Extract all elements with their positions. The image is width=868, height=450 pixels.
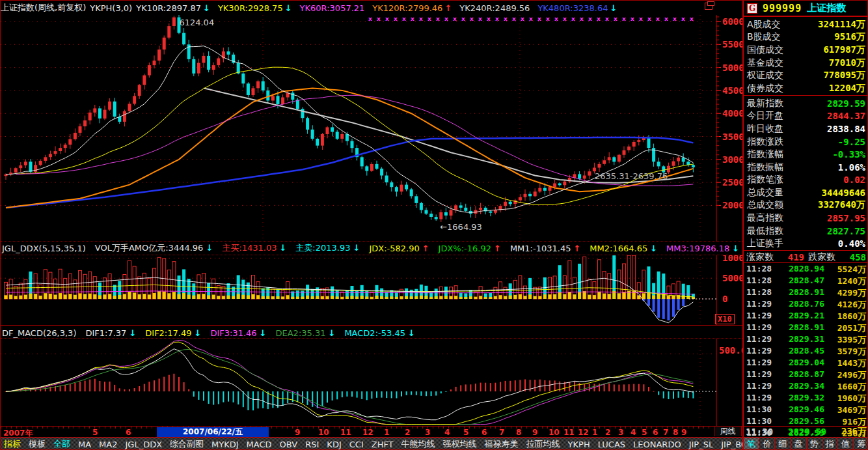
- indicator-tab[interactable]: YKPH: [565, 438, 593, 450]
- macd-chart[interactable]: [1, 339, 742, 426]
- indicator-value: DIF3:31.46↓: [210, 328, 271, 338]
- tick-price: 2829.34: [775, 381, 824, 393]
- down-arrow-icon: ↓: [279, 243, 286, 253]
- down-arrow-icon: ↓: [285, 3, 292, 13]
- indicator-tab[interactable]: LEONARDO: [630, 438, 685, 450]
- indicator-tab[interactable]: 全部: [50, 438, 74, 450]
- svg-text:x: x: [377, 16, 381, 22]
- indicator-tab[interactable]: MACD: [243, 438, 275, 450]
- tick-list[interactable]: 11:282828.945524万11:282828.471240万11:282…: [744, 264, 868, 425]
- period-button[interactable]: 周线: [714, 427, 742, 436]
- stock-name[interactable]: 上证指数: [807, 2, 846, 14]
- quote-tab-值[interactable]: 值: [837, 438, 853, 450]
- indicator-tab[interactable]: CCI: [346, 438, 367, 450]
- stat-label: 债券成交: [747, 83, 783, 94]
- indicator-tab[interactable]: RSI: [302, 438, 322, 450]
- svg-text:x: x: [631, 16, 634, 22]
- indicator-tab[interactable]: LUCAS: [595, 438, 629, 450]
- market-turnover-stats: A股成交3241114万B股成交9516万国债成交617987万基金成交7701…: [744, 18, 868, 96]
- stat-value: 2844.37: [827, 111, 865, 121]
- month-label: 12: [362, 428, 373, 437]
- advancers-label: 涨家数: [746, 251, 774, 263]
- tick-volume: 4299万: [824, 287, 866, 299]
- indicator-tab[interactable]: OBV: [277, 438, 301, 450]
- tick-time: 11:29: [746, 346, 775, 358]
- svg-text:x: x: [444, 16, 448, 22]
- indicator-tab[interactable]: MYKDJ: [208, 438, 242, 450]
- svg-text:x: x: [411, 16, 414, 22]
- tick-volume: 2051万: [824, 322, 866, 334]
- tick-price: 2829.21: [775, 311, 824, 322]
- restore-window-icon[interactable]: [705, 3, 712, 10]
- stat-row: 指数笔涨0.02: [744, 174, 868, 186]
- indicator-value: YK10R:2897.87↓: [136, 3, 214, 13]
- indicator-tab[interactable]: 指标: [1, 438, 24, 450]
- indicator-tab[interactable]: ZHFT: [368, 438, 397, 450]
- indicator-tab[interactable]: 强权均线: [440, 438, 480, 450]
- tick-price: 2828.47: [775, 275, 824, 287]
- stat-label: 指数涨跌: [747, 136, 783, 148]
- indicator-tab[interactable]: 模板: [25, 438, 49, 450]
- indicator-tab[interactable]: JIP_BOLL: [718, 438, 742, 450]
- tick-time: 11:28: [746, 287, 775, 299]
- indicator-tab[interactable]: 综合副图: [167, 438, 207, 450]
- quote-tab-笔[interactable]: 笔: [744, 438, 759, 450]
- svg-text:x: x: [461, 16, 465, 22]
- indicator-tab[interactable]: JGL_DDX: [122, 438, 166, 450]
- indicator-tab[interactable]: 牛熊均线: [398, 438, 439, 450]
- month-label: 5: [92, 428, 98, 437]
- indicator-tab[interactable]: MA: [75, 438, 94, 450]
- svg-text:x: x: [614, 16, 617, 22]
- month-label: 5: [642, 428, 647, 437]
- advancers-value: 419: [774, 252, 808, 262]
- tick-price: 2828.91: [775, 322, 824, 334]
- tick-row: 11:292829.341660万: [744, 381, 868, 393]
- stat-value: 0.02: [843, 175, 865, 185]
- stat-value: 9516万: [834, 31, 865, 43]
- quote-tab-价[interactable]: 价: [759, 438, 774, 450]
- indicator-tab[interactable]: 拉面均线: [523, 438, 563, 450]
- indicator-value: JDX%:-16.92↑: [439, 244, 506, 253]
- volume-ddx-chart[interactable]: 1000050000: [1, 255, 742, 325]
- month-label: 10: [318, 428, 329, 437]
- tick-volume: 3395万: [824, 334, 866, 346]
- quote-tab-筹[interactable]: 筹: [853, 438, 868, 450]
- month-label: 4: [631, 428, 636, 437]
- svg-text:x: x: [580, 16, 584, 22]
- indicator-tab[interactable]: KDJ: [323, 438, 344, 450]
- indicator-tab[interactable]: JIP_SL: [686, 438, 717, 450]
- main-candlestick-chart[interactable]: 600055005000450040003500300025002000xxxx…: [1, 15, 742, 242]
- chart-header: 上证指数(周线,前复权) YKPH(3,0) YK10R:2897.87↓YK3…: [1, 1, 742, 15]
- svg-text:x: x: [639, 16, 643, 22]
- indicator-value: MM3:19786.18↓: [666, 244, 744, 253]
- quote-tab-指[interactable]: 指: [822, 438, 837, 450]
- svg-text:x: x: [385, 16, 389, 22]
- svg-text:x: x: [427, 16, 431, 22]
- chart-title: 上证指数(周线,前复权): [1, 2, 86, 14]
- quote-panel: G 999999 上证指数 A股成交3241114万B股成交9516万国债成交6…: [742, 1, 868, 450]
- stat-row: 基金成交77010万: [744, 57, 868, 69]
- month-label: 3: [425, 428, 430, 437]
- selected-date-box[interactable]: 2007/06/22/五: [157, 427, 269, 437]
- stat-label: 指数涨幅: [747, 148, 783, 160]
- svg-text:x: x: [436, 16, 440, 22]
- quote-tab-势[interactable]: 势: [806, 438, 822, 450]
- month-label: 8: [516, 428, 521, 437]
- stat-row: 昨日收盘2838.84: [744, 123, 868, 135]
- indicator-tab[interactable]: MA2: [96, 438, 120, 450]
- time-axis[interactable]: 2007/06/22/五 周线 2007年5691011121234567891…: [1, 426, 742, 436]
- tick-price: 2828.45: [775, 346, 824, 358]
- svg-text:x: x: [478, 16, 482, 22]
- quote-tab-盘[interactable]: 盘: [790, 438, 806, 450]
- tick-volume: 1660万: [824, 381, 866, 393]
- quote-tab-细[interactable]: 细: [774, 438, 790, 450]
- indicator-value: YK240R:2489.56: [459, 3, 534, 13]
- indicator-tab[interactable]: 福禄寿美: [481, 438, 522, 450]
- down-arrow-icon: ↓: [129, 328, 136, 338]
- stat-row: 最高指数2857.95: [744, 212, 868, 224]
- svg-text:x: x: [537, 16, 541, 22]
- stat-row: 最新指数2829.59: [744, 98, 868, 109]
- tick-price: 2829.31: [775, 334, 824, 346]
- stat-value: 617987万: [823, 44, 865, 56]
- stat-label: 国债成交: [747, 44, 783, 56]
